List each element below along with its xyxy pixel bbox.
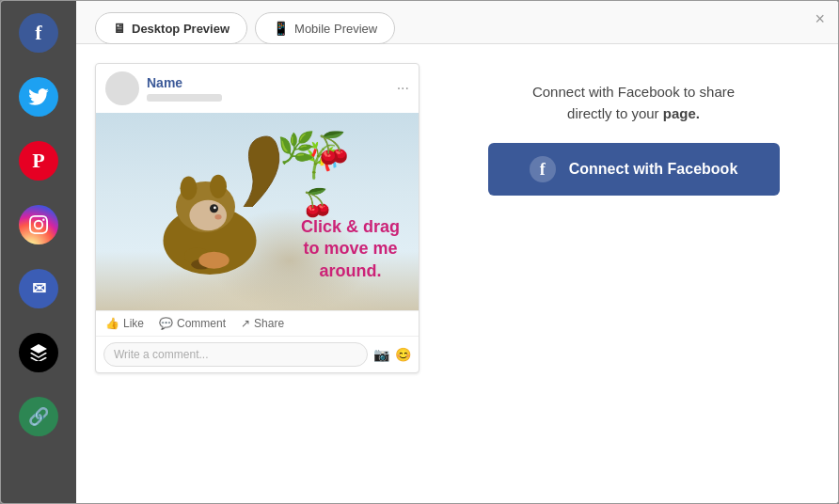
tabs-bar: 🖥 Desktop Preview 📱 Mobile Preview [76, 1, 838, 44]
holly-emoji-icon: 🌿🍒 [277, 130, 353, 165]
facebook-button-icon: f [530, 156, 556, 182]
comment-button[interactable]: 💬 Comment [159, 317, 226, 330]
comment-icon: 💬 [159, 317, 173, 330]
tab-mobile-label: Mobile Preview [294, 22, 377, 36]
desktop-icon: 🖥 [113, 21, 126, 36]
description-line2: directly to your [567, 105, 659, 121]
twitter-icon [19, 77, 58, 117]
right-panel: Connect with Facebook to share directly … [448, 63, 819, 214]
like-label: Like [123, 317, 144, 330]
instagram-icon [19, 205, 58, 244]
facebook-preview-card: Name ··· [95, 63, 420, 373]
fb-card-header: Name ··· [96, 64, 419, 113]
pinterest-icon: P [19, 141, 58, 181]
share-icon: ↗ [241, 317, 250, 330]
description-bold: page. [663, 105, 700, 121]
sidebar-item-link[interactable]: 🔗 [1, 385, 76, 449]
connect-description: Connect with Facebook to share directly … [532, 82, 735, 124]
buffer-icon [19, 333, 58, 372]
tab-desktop[interactable]: 🖥 Desktop Preview [95, 12, 247, 44]
svg-point-4 [189, 200, 227, 230]
mobile-icon: 📱 [273, 21, 289, 36]
close-button[interactable]: × [815, 10, 825, 27]
sidebar-item-buffer[interactable] [1, 321, 76, 385]
comment-label: Comment [177, 317, 226, 330]
connect-button-label: Connect with Facebook [569, 161, 738, 178]
facebook-icon: f [19, 13, 58, 53]
fb-comment-icons: 📷 😊 [373, 347, 411, 362]
sidebar-item-facebook[interactable]: f [1, 1, 76, 65]
main-window: × f P ✉ 🔗 [0, 0, 839, 504]
fb-name-bar [147, 94, 222, 102]
svg-point-2 [181, 177, 198, 200]
connect-facebook-button[interactable]: f Connect with Facebook [488, 143, 780, 196]
fb-ellipsis-icon[interactable]: ··· [397, 80, 409, 97]
sidebar: f P ✉ 🔗 [1, 1, 76, 503]
svg-point-6 [214, 207, 216, 210]
sidebar-item-pinterest[interactable]: P [1, 129, 76, 193]
content-area: Name ··· [76, 44, 838, 503]
fb-name-area: Name [147, 75, 389, 102]
like-button[interactable]: 👍 Like [105, 317, 144, 330]
svg-point-3 [210, 175, 227, 198]
fb-comment-area: Write a comment... 📷 😊 [96, 336, 419, 372]
email-icon: ✉ [19, 269, 58, 308]
link-icon: 🔗 [19, 397, 58, 436]
fb-username: Name [147, 75, 389, 90]
comment-input[interactable]: Write a comment... [103, 342, 368, 367]
description-line1: Connect with Facebook to share [532, 84, 735, 100]
tab-mobile[interactable]: 📱 Mobile Preview [255, 12, 395, 44]
share-button[interactable]: ↗ Share [241, 317, 284, 330]
fb-post-image[interactable]: 🎋🍒 Click & drag to move me around. 🌿🍒 [96, 113, 419, 310]
avatar [105, 71, 139, 105]
svg-point-7 [214, 214, 221, 219]
camera-icon: 📷 [373, 347, 389, 362]
thumbs-up-icon: 👍 [105, 317, 119, 330]
sidebar-item-instagram[interactable] [1, 193, 76, 257]
fb-actions-bar: 👍 Like 💬 Comment ↗ Share [96, 310, 419, 336]
main-content: 🖥 Desktop Preview 📱 Mobile Preview Name … [76, 1, 838, 503]
share-label: Share [254, 317, 284, 330]
svg-point-10 [198, 252, 229, 269]
tab-desktop-label: Desktop Preview [132, 22, 230, 36]
sidebar-item-twitter[interactable] [1, 65, 76, 129]
sidebar-item-email[interactable]: ✉ [1, 257, 76, 321]
drag-text[interactable]: Click & drag to move me around. [301, 216, 400, 282]
emoji-icon: 😊 [395, 347, 411, 362]
